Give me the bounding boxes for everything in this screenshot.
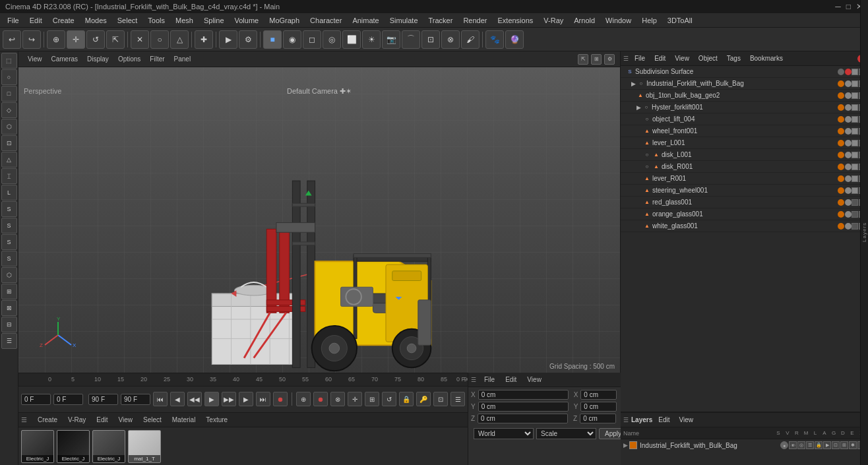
redo-btn[interactable]: ↪ — [22, 30, 41, 49]
light-btn[interactable]: ☀ — [362, 30, 381, 49]
menu-spline[interactable]: Spline — [199, 15, 229, 26]
menu-arnold[interactable]: Arnold — [569, 15, 600, 26]
render-settings-btn[interactable]: ⚙ — [239, 30, 257, 49]
obj-row-bulk-bag[interactable]: ▲ obj_1ton_bulk_bag_geo2 ▦ — [621, 90, 868, 102]
rotate-tool-btn[interactable]: ↺ — [86, 30, 105, 49]
material-texture-menu[interactable]: Texture — [202, 415, 232, 425]
menu-3dtoall[interactable]: 3DToAll — [663, 15, 697, 26]
lt-btn-7[interactable]: △ — [1, 152, 17, 168]
layer-icon-expr[interactable]: ✱ — [849, 441, 857, 449]
layer-icon-lock[interactable]: 🔒 — [815, 441, 822, 449]
obj-row-wheel-front[interactable]: ▲ wheel_front001 ▦ — [621, 125, 868, 137]
lt-btn-5[interactable]: ⬡ — [1, 119, 17, 135]
menu-extensions[interactable]: Extensions — [493, 15, 538, 26]
extra-btn1[interactable]: 🐾 — [485, 30, 504, 49]
obj-row-subdivision[interactable]: S Subdivision Surface ▦ — [621, 66, 868, 78]
lt-btn-11[interactable]: S — [1, 218, 17, 233]
coord-file-menu[interactable]: File — [481, 375, 497, 385]
record-btn[interactable]: ⏺ — [273, 392, 288, 406]
coord-edit-menu[interactable]: Edit — [503, 375, 519, 385]
plane-btn[interactable]: ⬜ — [342, 30, 361, 49]
coord-z-pos[interactable] — [478, 414, 568, 423]
coord-view-menu[interactable]: View — [524, 375, 544, 385]
coord-y-rot[interactable] — [580, 402, 617, 412]
deformer-btn[interactable]: ⊡ — [421, 30, 440, 49]
coord-z-rot[interactable] — [580, 414, 616, 423]
apply-btn[interactable]: Apply — [599, 428, 621, 439]
layers-edit-menu[interactable]: Edit — [655, 416, 673, 424]
playback-mode-9[interactable]: ⊡ — [433, 392, 448, 406]
layer-icon-view[interactable]: 👁 — [789, 441, 797, 449]
playback-mode-5[interactable]: ⊞ — [365, 392, 379, 406]
vp-menu-filter[interactable]: Filter — [146, 54, 168, 64]
move-tool-btn[interactable]: ✛ — [67, 30, 85, 49]
cube-btn[interactable]: ◻ — [303, 30, 321, 49]
vp-menu-view[interactable]: View — [24, 54, 46, 64]
camera-btn[interactable]: 📷 — [382, 30, 400, 49]
obj-row-lift[interactable]: ○ object_lift_004 ▦ — [621, 113, 868, 125]
obj-row-lever-l[interactable]: ▲ lever_L001 ▦ — [621, 137, 868, 149]
lt-btn-13[interactable]: S — [1, 251, 17, 266]
extra-btn2[interactable]: 🔮 — [505, 30, 524, 49]
material-swatch-4[interactable]: mat_1_T — [128, 430, 161, 463]
vp-menu-cameras[interactable]: Cameras — [47, 54, 82, 64]
menu-volume[interactable]: Volume — [230, 15, 264, 26]
obj-mgr-file[interactable]: File — [631, 54, 648, 63]
obj-row-orange-glass[interactable]: ▲ orange_glass001 ▦ — [621, 208, 868, 220]
obj-row-forklift-root[interactable]: ▶ ○ Industrial_Forklift_with_Bulk_Bag ▦ — [621, 78, 868, 90]
playback-mode-8[interactable]: 🔑 — [416, 392, 431, 406]
frame-max-field[interactable] — [121, 394, 150, 405]
lt-btn-10[interactable]: S — [1, 201, 17, 217]
play-btn[interactable]: ▶ — [219, 30, 237, 49]
layers-row-forklift[interactable]: ▶ Industrial_Forklift_with_Bulk_Bag ● 👁 … — [621, 439, 868, 451]
prev-frame-btn[interactable]: ◀ — [170, 392, 185, 406]
viewport-canvas[interactable]: Perspective Default Camera ✚✶ — [18, 67, 620, 373]
lt-btn-14[interactable]: ⬡ — [1, 267, 17, 283]
world-select[interactable]: World — [474, 428, 534, 439]
obj-expand-icon-1[interactable]: ▶ — [631, 80, 636, 87]
material-swatch-1[interactable]: Electric_J — [21, 430, 54, 463]
obj-row-hyster[interactable]: ▶ ○ Hyster_forklift001 ▦ — [621, 102, 868, 113]
tag-btn[interactable]: ⊗ — [441, 30, 460, 49]
menu-edit[interactable]: Edit — [25, 15, 47, 26]
material-material-menu[interactable]: Material — [168, 415, 200, 425]
next-frame-btn[interactable]: ▶ — [239, 392, 253, 406]
lt-btn-3[interactable]: □ — [1, 86, 17, 102]
obj-mgr-view[interactable]: View — [671, 54, 693, 63]
lt-btn-4[interactable]: ◇ — [1, 102, 17, 118]
menu-render[interactable]: Render — [458, 15, 491, 26]
obj-expand-icon-2b[interactable]: ▶ — [636, 104, 641, 111]
menu-vray[interactable]: V-Ray — [539, 15, 568, 26]
material-edit-menu[interactable]: Edit — [92, 415, 111, 425]
point-mode-btn[interactable]: ○ — [150, 30, 169, 49]
obj-mgr-tags[interactable]: Tags — [724, 54, 744, 63]
menu-mograph[interactable]: MoGraph — [264, 15, 304, 26]
lt-btn-15[interactable]: ⊞ — [1, 284, 17, 299]
scale-tool-btn[interactable]: ⇱ — [106, 30, 125, 49]
window-controls[interactable]: ─ □ ✕ — [835, 2, 863, 11]
obj-row-white-glass[interactable]: ▲ white_glass001 ▦ — [621, 220, 868, 232]
playback-mode-10[interactable]: ☰ — [450, 392, 465, 406]
skip-start-btn[interactable]: ⏮ — [153, 392, 168, 406]
edge-mode-btn[interactable]: △ — [170, 30, 189, 49]
material-select-menu[interactable]: Select — [139, 415, 166, 425]
layers-expand-icon[interactable]: ▶ — [623, 442, 628, 449]
lt-btn-6[interactable]: ⊡ — [1, 135, 17, 151]
material-swatch-2[interactable]: Electric_J — [57, 430, 90, 463]
obj-render-btn-0[interactable] — [845, 69, 852, 75]
obj-mgr-edit[interactable]: Edit — [651, 54, 669, 63]
lt-btn-17[interactable]: ⊟ — [1, 317, 17, 332]
vp-menu-options[interactable]: Options — [114, 54, 144, 64]
play-back-btn[interactable]: ◀◀ — [187, 392, 202, 406]
play-btn[interactable]: ▶ — [204, 392, 219, 406]
layer-icon-render[interactable]: ◎ — [797, 441, 805, 449]
minimize-btn[interactable]: ─ — [835, 2, 841, 11]
material-vray-menu[interactable]: V-Ray — [64, 415, 90, 425]
playback-mode-6[interactable]: ↺ — [382, 392, 396, 406]
menu-tools[interactable]: Tools — [143, 15, 170, 26]
vp-settings-btn[interactable]: ⚙ — [604, 54, 615, 65]
vp-split-btn[interactable]: ⊞ — [591, 54, 602, 65]
cylinder-btn[interactable]: ◎ — [323, 30, 341, 49]
playback-mode-3[interactable]: ⊗ — [330, 392, 345, 406]
skip-end-btn[interactable]: ⏭ — [256, 392, 270, 406]
